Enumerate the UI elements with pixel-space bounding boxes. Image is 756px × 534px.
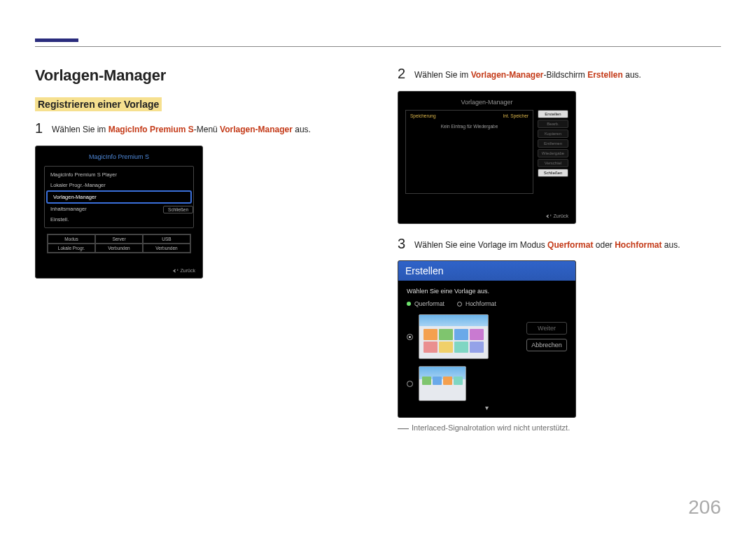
footnote: ― Interlaced-Signalrotation wird nicht u… [398,423,721,433]
menu-item-selected[interactable]: Vorlagen-Manager [46,190,192,204]
screenshot-create: Erstellen Wählen Sie eine Vorlage aus. Q… [398,260,576,418]
remove-button[interactable]: Entfernen [538,139,568,148]
dash-icon: ― [398,423,409,433]
menu-item[interactable]: Inhaltsmanager [45,204,163,214]
horizontal-rule [35,46,721,47]
back-hint: Zurück [546,213,568,219]
grid-cell: Lokale Progr. [48,244,95,253]
step-text: Wählen Sie im Vorlagen-Manager-Bildschir… [414,66,641,81]
active-dot-icon [407,302,411,306]
step-text: Wählen Sie eine Vorlage im Modus Querfor… [414,237,680,251]
template-thumbnail[interactable] [419,366,466,401]
step-number: 1 [35,121,43,135]
return-icon [546,213,552,219]
edit-button[interactable]: Bearb. [538,120,568,128]
menu-list: MagicInfo Premium S Player Lokaler Progr… [44,166,194,228]
section-label: Registrieren einer Vorlage [35,97,162,111]
return-icon [173,268,178,274]
move-button[interactable]: Verschiel [538,159,568,167]
step-1: 1 Wählen Sie im MagicInfo Premium S-Menü… [35,121,358,136]
back-hint: Zurück [173,268,195,274]
menu-item[interactable]: Lokaler Progr.-Manager [45,180,193,190]
tab-portrait[interactable]: Hochformat [457,300,496,307]
close-chip[interactable]: Schließen [163,206,193,213]
template-radio[interactable] [407,381,413,387]
copy-button[interactable]: Kopieren [538,129,568,138]
empty-message: Kein Eintrag für Wiedergabe [410,124,528,129]
screen-title: Vorlagen-Manager [405,99,568,106]
grid-cell: Verbunden [95,244,143,253]
scroll-down-icon[interactable]: ▾ [407,404,567,412]
step-number: 2 [398,66,406,80]
step-text: Wählen Sie im MagicInfo Premium S-Menü V… [52,121,311,136]
orientation-tabs: Querformat Hochformat [407,300,567,307]
step-number: 3 [398,237,406,251]
step-3: 3 Wählen Sie eine Vorlage im Modus Querf… [398,237,721,251]
dialog-header: Erstellen [398,261,575,281]
side-actions: Erstellen Bearb. Kopieren Entfernen Wied… [538,110,568,194]
page-number: 206 [688,496,721,519]
storage-label: Speicherung [410,113,436,118]
step-2: 2 Wählen Sie im Vorlagen-Manager-Bildsch… [398,66,721,81]
menu-item[interactable]: MagicInfo Premium S Player [45,169,193,180]
chapter-marker [35,38,78,42]
screenshot-template-manager: Vorlagen-Manager Speicherung Int. Speich… [398,91,576,224]
close-button[interactable]: Schließen [538,169,568,177]
screenshot-menu: MagicInfo Premium S MagicInfo Premium S … [35,146,203,279]
grid-cell: Verbunden [143,244,190,253]
dialog-prompt: Wählen Sie eine Vorlage aus. [407,288,567,295]
screen-title: MagicInfo Premium S [43,153,195,160]
menu-item[interactable]: Einstell. [45,214,193,225]
storage-value: Int. Speicher [503,113,529,118]
grid-cell: Server [95,234,143,244]
inactive-ring-icon [457,302,462,307]
status-grid: Modus Server USB Lokale Progr. Verbunden… [47,234,191,253]
template-radio[interactable] [407,334,413,340]
create-button[interactable]: Erstellen [538,110,568,118]
grid-cell: Modus [48,234,95,244]
page-title: Vorlagen-Manager [35,66,358,85]
play-button[interactable]: Wiedergabe [538,149,568,157]
template-thumbnail[interactable] [419,314,489,359]
next-button[interactable]: Weiter [526,322,567,335]
tab-landscape[interactable]: Querformat [407,300,444,307]
cancel-button[interactable]: Abbrechen [526,339,567,351]
content-panel: Speicherung Int. Speicher Kein Eintrag f… [405,110,533,194]
grid-cell: USB [143,234,190,244]
